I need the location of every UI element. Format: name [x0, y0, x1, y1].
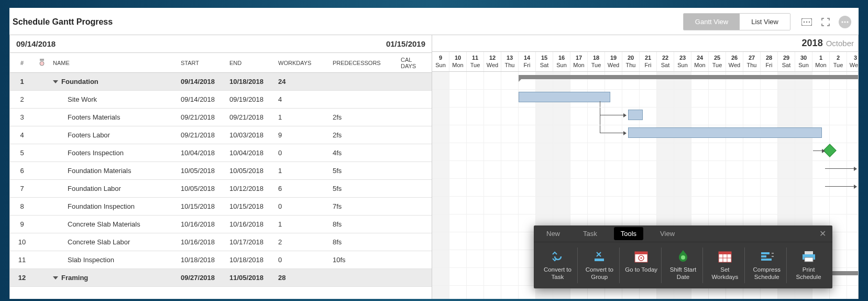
more-actions-icon[interactable] [839, 16, 851, 28]
timeline-day: 27Thu [743, 52, 761, 71]
svg-rect-17 [719, 252, 731, 254]
set-workdays-button[interactable]: Set Workdays [705, 248, 745, 283]
timeline-day: 11Tue [467, 52, 484, 71]
task-row[interactable]: 6Foundation Materials10/05/201810/05/201… [10, 162, 432, 180]
svg-point-4 [841, 21, 843, 23]
task-name: Concrete Slab Materials [68, 220, 140, 228]
gantt-bar-footers-materials[interactable] [628, 110, 643, 120]
timeline-day: 21Fri [640, 52, 657, 71]
timeline-day: 25Tue [709, 52, 726, 71]
timeline-header: 9Sun10Mon11Tue12Wed13Thu14Fri15Sat16Sun1… [432, 52, 858, 72]
col-predecessors[interactable]: PREDECESSORS [329, 60, 398, 66]
timeline-day: 12Wed [484, 52, 501, 71]
svg-rect-26 [805, 257, 813, 262]
svg-point-5 [844, 21, 845, 23]
timeline-day: 14Fri [519, 52, 536, 71]
timeline-day: 23Sun [674, 52, 691, 71]
svg-rect-22 [761, 255, 766, 257]
task-row[interactable]: 7Foundation Labor10/05/201810/12/201865f… [10, 180, 432, 198]
convert-to-task-button[interactable]: Convert to Task [538, 248, 578, 283]
timeline-day: 3Wed [847, 52, 859, 71]
gantt-bar-footers-labor[interactable] [628, 127, 822, 138]
timeline-day: 9Sun [432, 52, 449, 71]
col-indicator-icon[interactable] [34, 58, 50, 68]
timeline-day: 10Mon [449, 52, 467, 71]
task-row[interactable]: 1Foundation09/14/201810/18/201824 [10, 73, 432, 91]
timeline-day: 18Tue [588, 52, 605, 71]
task-row[interactable]: 9Concrete Slab Materials10/16/201810/16/… [10, 216, 432, 233]
timeline-day: 19Wed [605, 52, 622, 71]
svg-rect-24 [805, 251, 813, 254]
timeline-year: 2018 [802, 38, 823, 49]
task-row[interactable]: 10Concrete Slab Labor10/16/201810/17/201… [10, 233, 432, 251]
svg-point-2 [806, 21, 807, 22]
task-name: Footers Inspection [68, 149, 124, 157]
task-name: Framing [61, 274, 88, 282]
convert-to-group-button[interactable]: Convert to Group [580, 248, 620, 283]
task-name: Foundation [61, 78, 98, 85]
col-number[interactable]: # [10, 60, 34, 66]
toolbar-tab-view[interactable]: View [654, 227, 681, 241]
svg-point-6 [847, 21, 848, 23]
col-name[interactable]: NAME [50, 60, 178, 66]
timeline-day: 1Mon [812, 52, 830, 71]
task-name: Foundation Labor [68, 185, 121, 192]
task-row[interactable]: 4Footers Labor09/21/201810/03/201892fs [10, 126, 432, 144]
svg-point-3 [809, 21, 810, 22]
schedule-end-date: 01/15/2019 [386, 39, 425, 48]
svg-rect-23 [761, 259, 772, 261]
task-row[interactable]: 2Site Work09/14/201809/19/20184 [10, 91, 432, 109]
col-workdays[interactable]: WORKDAYS [275, 60, 329, 66]
gantt-bar-site-work[interactable] [519, 92, 610, 102]
timeline-day: 2Tue [830, 52, 847, 71]
timeline-day: 28Fri [761, 52, 778, 71]
svg-rect-12 [635, 252, 647, 254]
col-end[interactable]: END [226, 60, 275, 66]
svg-point-14 [641, 257, 642, 259]
task-name: Foundation Inspection [68, 202, 135, 210]
svg-rect-7 [40, 59, 44, 61]
timeline-day: 16Sun [553, 52, 570, 71]
timeline-day: 26Wed [726, 52, 743, 71]
task-row[interactable]: 5Footers Inspection10/04/201810/04/20180… [10, 144, 432, 162]
timeline-month: October [826, 39, 854, 48]
compress-schedule-button[interactable]: Compress Schedule [747, 248, 787, 283]
list-view-button[interactable]: List View [740, 14, 790, 30]
col-start[interactable]: START [178, 60, 226, 66]
column-header-row: # NAME START END WORKDAYS PREDECESSORS C… [10, 53, 432, 73]
timeline-day: 29Sat [778, 52, 795, 71]
toolbar-tab-task[interactable]: Task [577, 227, 603, 241]
collapse-icon[interactable] [53, 80, 58, 83]
collapse-icon[interactable] [53, 276, 58, 280]
col-caldays[interactable]: CAL DAYS [398, 57, 429, 69]
view-toggle: Gantt View List View [683, 13, 790, 30]
print-schedule-button[interactable]: Print Schedule [789, 248, 828, 283]
task-row[interactable]: 3Footers Materials09/21/201809/21/201812… [10, 109, 432, 126]
go-to-today-button[interactable]: Go to Today [622, 248, 662, 283]
page-title: Schedule Gantt Progress [13, 17, 683, 27]
timeline-day: 20Thu [622, 52, 640, 71]
fullscreen-icon[interactable] [820, 16, 831, 28]
svg-rect-21 [761, 252, 770, 254]
timeline-day: 17Mon [570, 52, 588, 71]
timeline-day: 22Sat [657, 52, 674, 71]
toolbar-tab-new[interactable]: New [540, 227, 566, 241]
timeline-day: 13Thu [501, 52, 519, 71]
task-name: Site Work [68, 95, 97, 103]
task-name: Concrete Slab Labor [68, 238, 130, 246]
task-name: Footers Materials [68, 113, 120, 121]
task-grid: 09/14/2018 01/15/2019 # NAME START END W… [9, 35, 432, 299]
shift-start-date-button[interactable]: Shift Start Date [664, 248, 704, 283]
timeline-day: 30Sun [795, 52, 812, 71]
task-row[interactable]: 11Slab Inspection10/18/201810/18/2018010… [10, 251, 432, 269]
gantt-view-button[interactable]: Gantt View [684, 14, 740, 30]
task-row[interactable]: 8Foundation Inspection10/15/201810/15/20… [10, 198, 432, 216]
svg-point-1 [804, 21, 805, 22]
field-chooser-icon[interactable] [801, 16, 812, 28]
toolbar-tab-tools[interactable]: Tools [614, 227, 643, 240]
task-row[interactable]: 12Framing09/27/201811/05/201828 [10, 269, 432, 287]
toolbar-close-icon[interactable]: ✕ [819, 229, 826, 239]
svg-point-15 [681, 255, 685, 260]
gantt-summary-foundation[interactable] [519, 75, 859, 79]
timeline-day: 24Mon [691, 52, 709, 71]
